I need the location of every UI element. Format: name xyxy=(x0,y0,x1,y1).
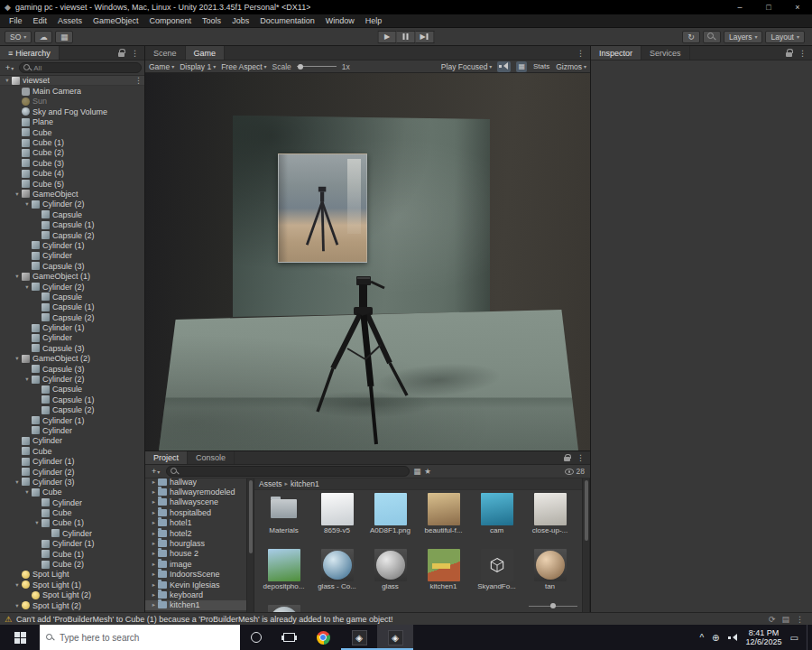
gizmos-dropdown[interactable]: Gizmos▾ xyxy=(556,62,586,71)
aspect-dropdown[interactable]: Free Aspect▾ xyxy=(221,62,266,71)
foldout-arrow-icon[interactable]: ▾ xyxy=(23,283,32,291)
foldout-arrow-icon[interactable]: ▾ xyxy=(32,519,42,526)
start-button[interactable] xyxy=(0,625,40,650)
hierarchy-item[interactable]: ▾Cylinder (3) xyxy=(0,477,144,487)
folder-item[interactable]: ▸hospitalbed xyxy=(145,507,246,517)
hierarchy-item[interactable]: ▾Spot Light (2) xyxy=(0,600,144,610)
thumbnail-size-slider[interactable] xyxy=(529,602,577,609)
foldout-arrow-icon[interactable]: ▸ xyxy=(150,601,158,608)
minimize-button[interactable]: – xyxy=(725,0,754,14)
view-target-dropdown[interactable]: Game▾ xyxy=(149,62,174,71)
hierarchy-item[interactable]: ▾GameObject xyxy=(0,189,144,199)
folder-item[interactable]: ▸hotel1 xyxy=(145,518,246,528)
search-by-type-icon[interactable]: ▦ xyxy=(413,467,420,476)
tab-inspector[interactable]: Inspector xyxy=(591,46,641,60)
asset-item[interactable]: kitchen1 xyxy=(417,546,470,602)
foldout-arrow-icon[interactable]: ▾ xyxy=(13,273,22,280)
hierarchy-item[interactable]: Main Camera xyxy=(0,86,144,96)
asset-item[interactable] xyxy=(257,602,310,612)
foldout-arrow-icon[interactable]: ▸ xyxy=(150,540,158,547)
progress-icon[interactable]: ⟳ xyxy=(769,615,776,624)
play-button[interactable]: ▶ xyxy=(378,31,397,43)
status-bar[interactable]: ⚠ Can't add 'ProBuilderMesh' to Cube (1)… xyxy=(0,612,812,625)
foldout-arrow-icon[interactable]: ▸ xyxy=(150,561,158,568)
hierarchy-item[interactable]: ▾Spot Light (1) xyxy=(0,580,144,590)
hierarchy-item[interactable]: Cube (3) xyxy=(0,158,144,168)
hidden-items-toggle[interactable]: 28 xyxy=(565,467,585,476)
tab-scene[interactable]: Scene xyxy=(145,46,186,60)
foldout-arrow-icon[interactable]: ▸ xyxy=(150,488,158,496)
foldout-arrow-icon[interactable]: ▾ xyxy=(13,602,22,609)
folder-item[interactable]: ▸hotel2 xyxy=(145,528,246,538)
folder-item[interactable]: ▸hourglass xyxy=(145,538,246,548)
folder-item[interactable]: ▸image xyxy=(145,559,246,569)
asset-item[interactable]: SkyandFo... xyxy=(470,546,523,602)
action-center-icon[interactable]: ▭ xyxy=(790,633,798,643)
show-desktop-button[interactable] xyxy=(807,625,810,650)
scene-menu-icon[interactable]: ⋮ xyxy=(134,76,143,85)
volume-icon[interactable] xyxy=(728,634,738,642)
hierarchy-item[interactable]: Capsule (2) xyxy=(0,230,144,240)
play-focused-dropdown[interactable]: Play Focused▾ xyxy=(441,62,493,71)
console-menu-icon[interactable]: ⋮ xyxy=(796,615,804,624)
hierarchy-item[interactable]: Capsule (2) xyxy=(0,312,144,322)
hierarchy-item[interactable]: Capsule xyxy=(0,292,144,302)
task-view-button[interactable] xyxy=(272,625,305,650)
hierarchy-item[interactable]: Cube (5) xyxy=(0,179,144,189)
folder-item[interactable]: ▸IndoorsScene xyxy=(145,570,246,580)
scrollbar-thumb[interactable] xyxy=(249,480,253,553)
menu-file[interactable]: File xyxy=(4,16,28,25)
taskbar-clock[interactable]: 8:41 PM 12/6/2025 xyxy=(746,628,782,646)
display-dropdown[interactable]: Display 1▾ xyxy=(180,62,216,71)
close-button[interactable]: × xyxy=(783,0,812,14)
asset-item[interactable]: glass xyxy=(364,546,417,602)
foldout-arrow-icon[interactable]: ▾ xyxy=(23,488,32,496)
asset-item[interactable]: A0D8F1.png xyxy=(364,490,417,546)
hierarchy-item[interactable]: Cylinder xyxy=(0,497,144,507)
hierarchy-item[interactable]: Sun xyxy=(0,97,144,107)
asset-item[interactable]: beautiful-f... xyxy=(417,490,470,546)
menu-window[interactable]: Window xyxy=(320,16,360,25)
hierarchy-item[interactable]: Cylinder (1) xyxy=(0,415,144,425)
foldout-arrow-icon[interactable]: ▸ xyxy=(150,509,158,516)
hierarchy-item[interactable]: Cylinder xyxy=(0,425,144,435)
foldout-arrow-icon[interactable]: ▾ xyxy=(3,77,12,84)
foldout-arrow-icon[interactable]: ▸ xyxy=(150,519,158,526)
lock-icon[interactable] xyxy=(564,457,570,461)
hierarchy-item[interactable]: Cube (1) xyxy=(0,137,144,147)
step-button[interactable]: ▶ xyxy=(416,31,435,43)
menu-documentation[interactable]: Documentation xyxy=(254,16,320,25)
folder-item[interactable]: ▸kitchen1 xyxy=(145,600,246,610)
foldout-arrow-icon[interactable]: ▾ xyxy=(13,581,22,589)
hierarchy-item[interactable]: Capsule (3) xyxy=(0,343,144,353)
taskbar-search[interactable] xyxy=(40,625,240,650)
hierarchy-item[interactable]: ▾viewset⋮ xyxy=(0,76,144,86)
hierarchy-item[interactable]: Cylinder xyxy=(0,333,144,343)
foldout-arrow-icon[interactable]: ▸ xyxy=(150,498,158,506)
hierarchy-item[interactable]: ▾Cube xyxy=(0,488,144,497)
foldout-arrow-icon[interactable]: ▾ xyxy=(23,200,32,208)
hierarchy-item[interactable]: Plane xyxy=(0,117,144,127)
tab-services[interactable]: Services xyxy=(641,46,690,60)
taskbar-search-input[interactable] xyxy=(60,633,234,643)
hierarchy-searchbox[interactable] xyxy=(19,62,142,73)
menu-edit[interactable]: Edit xyxy=(28,16,53,25)
hierarchy-item[interactable]: Capsule (3) xyxy=(0,364,144,374)
folder-item[interactable]: ▸hallwayscene xyxy=(145,497,246,507)
asset-item[interactable]: close-up-... xyxy=(523,490,577,546)
hierarchy-item[interactable]: Capsule xyxy=(0,385,144,395)
foldout-arrow-icon[interactable]: ▾ xyxy=(13,355,22,362)
cloud-services-button[interactable]: ☁ xyxy=(34,31,52,43)
create-object-button[interactable]: +▾ xyxy=(3,62,16,73)
grid-snapping-button[interactable]: ▦ xyxy=(55,31,73,43)
project-search-input[interactable] xyxy=(180,468,405,476)
hierarchy-item[interactable]: Cube xyxy=(0,446,144,456)
vsync-button[interactable]: ▦ xyxy=(516,61,527,72)
asset-item[interactable]: 8659-v5 xyxy=(310,490,364,546)
hierarchy-item[interactable]: Cube xyxy=(0,127,144,137)
menu-help[interactable]: Help xyxy=(360,16,388,25)
game-viewport[interactable] xyxy=(145,73,590,450)
hierarchy-item[interactable]: Cylinder xyxy=(0,528,144,538)
slider-knob[interactable] xyxy=(298,64,303,70)
hierarchy-item[interactable]: Cube (2) xyxy=(0,148,144,158)
